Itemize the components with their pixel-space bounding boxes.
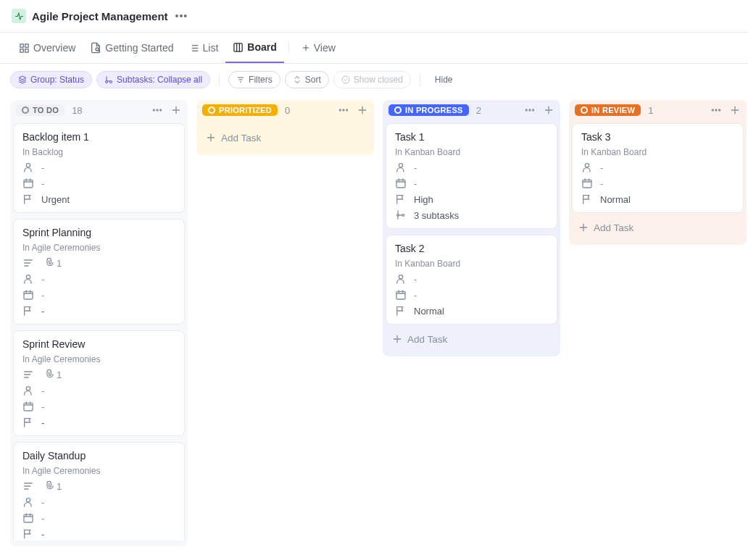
svg-point-58 [343,109,344,111]
attachments: 1 [43,257,62,269]
subtasks-chip[interactable]: Subtasks: Collapse all [96,71,210,88]
column-more-icon[interactable] [151,104,163,116]
person-icon [22,162,34,173]
priority-row: Normal [395,305,548,317]
status-circle-icon [581,106,588,114]
column-cards: Task 3 In Kanban Board - - Normal [569,120,747,216]
check-circle-icon [341,75,350,84]
svg-point-24 [157,109,158,111]
tab-label: Getting Started [105,42,173,54]
svg-point-22 [342,76,349,83]
filter-icon [236,75,245,84]
flag-icon [22,528,34,540]
add-task-button[interactable]: Add Task [383,327,560,351]
plus-icon [301,43,311,53]
card-location: In Kanban Board [395,147,548,157]
add-task-button[interactable]: Add Task [196,126,374,149]
column-more-icon[interactable] [524,104,536,116]
add-task-label: Add Task [221,133,261,143]
more-icon[interactable]: ••• [175,10,188,22]
assignee-value: - [41,162,44,173]
column-header: IN REVIEW 1 [569,100,747,120]
task-card[interactable]: Task 2 In Kanban Board - - Normal [386,235,557,325]
show-closed-chip[interactable]: Show closed [333,71,411,88]
filters-chip[interactable]: Filters [228,71,280,88]
tab-overview[interactable]: Overview [12,33,83,62]
svg-point-52 [26,498,30,502]
assignee-row: - [22,385,175,396]
svg-point-75 [402,214,404,217]
priority-value: Normal [600,194,631,205]
flag-icon [22,305,34,317]
column-cards [196,120,374,126]
column-more-icon[interactable] [338,104,349,116]
person-icon [22,273,34,285]
card-title: Sprint Planning [22,227,175,238]
description-icon [22,480,34,492]
calendar-icon [22,401,34,412]
priority-row: - [22,528,175,540]
person-icon [22,385,34,396]
calendar-icon [395,177,407,189]
assignee-value: - [600,162,603,173]
svg-point-64 [525,109,527,111]
svg-rect-89 [583,180,591,188]
column-count: 1 [648,105,653,116]
svg-rect-2 [20,49,23,51]
svg-rect-11 [234,43,242,51]
column-add-icon[interactable] [543,104,554,116]
svg-rect-45 [24,403,33,411]
svg-point-57 [339,109,341,111]
svg-rect-3 [25,49,28,51]
description-icon [22,369,34,380]
task-card[interactable]: Sprint Planning In Agile Ceremonies1 - -… [13,219,185,325]
column-more-icon[interactable] [710,104,722,116]
filters-label: Filters [249,75,273,85]
status-pill[interactable]: IN REVIEW [575,104,641,116]
status-pill[interactable]: TO DO [16,104,65,116]
task-card[interactable]: Sprint Review In Agile Ceremonies1 - - - [13,330,185,436]
person-icon [395,273,407,285]
group-chip[interactable]: Group: Status [10,71,92,88]
space-icon [12,9,26,23]
task-card[interactable]: Task 1 In Kanban Board - - High 3 subtas… [386,123,557,229]
add-task-button[interactable]: Add Task [569,216,747,239]
attachments: 1 [43,369,62,380]
task-card[interactable]: Task 3 In Kanban Board - - Normal [572,123,744,213]
svg-point-84 [715,109,717,111]
svg-point-44 [26,387,30,390]
date-row: - [22,177,175,189]
priority-row: High [395,193,548,205]
card-meta-row: 1 [22,257,175,269]
sort-icon [293,75,302,84]
separator [420,73,420,86]
add-view-button[interactable]: View [294,35,343,61]
svg-point-85 [719,109,720,111]
column-count: 18 [72,105,82,116]
column-add-icon[interactable] [170,104,182,116]
assignee-value: - [414,274,417,285]
column-add-icon[interactable] [357,104,368,116]
status-pill[interactable]: PRIORITIZED [202,104,278,116]
column-inreview: IN REVIEW 1 Task 3 In Kanban Board - - N… [569,100,747,245]
subtasks-row: 3 subtasks [395,209,548,221]
column-add-icon[interactable] [729,104,741,116]
status-pill[interactable]: IN PROGRESS [388,104,469,116]
task-card[interactable]: Daily Standup In Agile Ceremonies1 - - - [13,442,185,540]
card-title: Sprint Review [22,338,175,350]
card-title: Task 3 [581,131,734,143]
separator [288,41,289,54]
sort-chip[interactable]: Sort [285,71,329,88]
flag-icon [581,193,593,205]
svg-point-83 [712,109,713,111]
tab-label: Board [247,41,276,53]
tab-board[interactable]: Board [225,33,283,63]
tab-getting-started[interactable]: Getting Started [83,33,180,62]
column-inprogress: IN PROGRESS 2 Task 1 In Kanban Board - -… [383,100,560,356]
svg-point-36 [26,275,30,279]
hide-button[interactable]: Hide [429,72,459,88]
column-cards: Backlog item 1 In Backlog - - Urgent Spr… [10,120,188,540]
task-card[interactable]: Backlog item 1 In Backlog - - Urgent [13,123,185,213]
status-name: IN PROGRESS [405,106,463,114]
tab-list[interactable]: List [181,33,226,62]
